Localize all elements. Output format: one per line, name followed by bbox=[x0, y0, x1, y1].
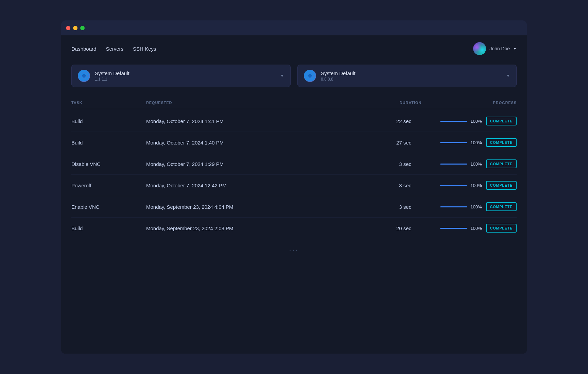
traffic-light-green[interactable] bbox=[80, 26, 85, 30]
col-header-progress: PROGRESS bbox=[421, 101, 517, 105]
progress-bar-3 bbox=[440, 185, 467, 186]
task-duration-2: 3 sec bbox=[374, 161, 421, 167]
table-row: Build Monday, October 7, 2024 1:40 PM 27… bbox=[71, 132, 517, 153]
task-progress-1: 100% COMPLETE bbox=[421, 138, 517, 147]
task-duration-3: 3 sec bbox=[374, 183, 421, 188]
progress-fill-4 bbox=[440, 206, 467, 207]
traffic-light-yellow[interactable] bbox=[73, 26, 77, 30]
nav-links: Dashboard Servers SSH Keys bbox=[71, 46, 156, 52]
col-header-requested: REQUESTED bbox=[146, 101, 374, 105]
complete-badge-5[interactable]: COMPLETE bbox=[486, 224, 517, 233]
dns-text-1: System Default 1.1.1.1 bbox=[95, 70, 275, 82]
progress-bar-2 bbox=[440, 164, 467, 165]
progress-bar-wrap-0: 100% bbox=[440, 119, 482, 124]
nav-servers[interactable]: Servers bbox=[106, 46, 123, 52]
task-name-1: Build bbox=[71, 140, 146, 146]
progress-bar-wrap-3: 100% bbox=[440, 183, 482, 188]
progress-bar-4 bbox=[440, 206, 467, 207]
tasks-table: TASK REQUESTED DURATION PROGRESS Build M… bbox=[71, 101, 517, 347]
task-requested-3: Monday, October 7, 2024 12:42 PM bbox=[146, 183, 374, 188]
progress-pct-3: 100% bbox=[470, 183, 482, 188]
complete-badge-4[interactable]: COMPLETE bbox=[486, 202, 517, 211]
dns-globe-icon-2 bbox=[305, 70, 315, 81]
table-row: Enable VNC Monday, September 23, 2024 4:… bbox=[71, 196, 517, 218]
task-name-4: Enable VNC bbox=[71, 204, 146, 210]
table-body: Build Monday, October 7, 2024 1:41 PM 22… bbox=[71, 111, 517, 239]
progress-fill-0 bbox=[440, 121, 467, 122]
complete-badge-3[interactable]: COMPLETE bbox=[486, 181, 517, 190]
progress-fill-1 bbox=[440, 142, 467, 143]
progress-pct-1: 100% bbox=[470, 140, 482, 145]
task-requested-2: Monday, October 7, 2024 1:29 PM bbox=[146, 161, 374, 167]
avatar bbox=[473, 42, 486, 55]
task-name-3: Poweroff bbox=[71, 183, 146, 188]
nav-dashboard[interactable]: Dashboard bbox=[71, 46, 96, 52]
task-duration-4: 3 sec bbox=[374, 204, 421, 210]
top-nav: Dashboard Servers SSH Keys John Doe ▼ bbox=[71, 42, 517, 55]
task-name-5: Build bbox=[71, 225, 146, 231]
dns-text-2: System Default 8.8.8.8 bbox=[321, 70, 501, 82]
dns-selectors: System Default 1.1.1.1 ▼ System Default … bbox=[71, 65, 517, 87]
dns-name-2: System Default bbox=[321, 70, 501, 76]
progress-bar-0 bbox=[440, 121, 467, 122]
progress-bar-5 bbox=[440, 228, 467, 229]
progress-pct-2: 100% bbox=[470, 162, 482, 167]
dns-icon-1 bbox=[78, 70, 90, 82]
col-header-duration: DURATION bbox=[374, 101, 421, 105]
more-dots[interactable]: ... bbox=[71, 239, 517, 252]
user-menu[interactable]: John Doe ▼ bbox=[473, 42, 517, 55]
task-duration-5: 20 sec bbox=[374, 225, 421, 231]
progress-fill-3 bbox=[440, 185, 467, 186]
table-row: Disable VNC Monday, October 7, 2024 1:29… bbox=[71, 153, 517, 175]
task-name-2: Disable VNC bbox=[71, 161, 146, 167]
progress-pct-5: 100% bbox=[470, 226, 482, 231]
task-name-0: Build bbox=[71, 118, 146, 124]
traffic-light-red[interactable] bbox=[66, 26, 70, 30]
task-duration-0: 22 sec bbox=[374, 118, 421, 124]
progress-pct-0: 100% bbox=[470, 119, 482, 124]
task-requested-5: Monday, September 23, 2024 2:08 PM bbox=[146, 225, 374, 231]
task-progress-4: 100% COMPLETE bbox=[421, 202, 517, 211]
dns-selector-1[interactable]: System Default 1.1.1.1 ▼ bbox=[71, 65, 291, 87]
dns-chevron-1-icon: ▼ bbox=[280, 73, 284, 78]
progress-fill-2 bbox=[440, 164, 467, 165]
col-header-task: TASK bbox=[71, 101, 146, 105]
dns-ip-2: 8.8.8.8 bbox=[321, 77, 501, 82]
task-progress-5: 100% COMPLETE bbox=[421, 224, 517, 233]
title-bar bbox=[61, 20, 527, 35]
task-requested-0: Monday, October 7, 2024 1:41 PM bbox=[146, 118, 374, 124]
user-name: John Doe bbox=[489, 46, 510, 51]
dns-name-1: System Default bbox=[95, 70, 275, 76]
task-duration-1: 27 sec bbox=[374, 140, 421, 146]
progress-bar-wrap-1: 100% bbox=[440, 140, 482, 145]
table-row: Build Monday, October 7, 2024 1:41 PM 22… bbox=[71, 111, 517, 132]
complete-badge-0[interactable]: COMPLETE bbox=[486, 117, 517, 125]
avatar-image bbox=[473, 42, 486, 55]
dns-selector-2[interactable]: System Default 8.8.8.8 ▼ bbox=[297, 65, 517, 87]
dns-globe-icon-1 bbox=[79, 70, 89, 81]
task-progress-2: 100% COMPLETE bbox=[421, 159, 517, 168]
progress-bar-wrap-5: 100% bbox=[440, 226, 482, 231]
complete-badge-2[interactable]: COMPLETE bbox=[486, 159, 517, 168]
progress-fill-5 bbox=[440, 228, 467, 229]
window: Dashboard Servers SSH Keys John Doe ▼ Sy… bbox=[61, 20, 527, 354]
table-row: Build Monday, September 23, 2024 2:08 PM… bbox=[71, 218, 517, 239]
nav-ssh-keys[interactable]: SSH Keys bbox=[133, 46, 156, 52]
progress-bar-1 bbox=[440, 142, 467, 143]
dns-ip-1: 1.1.1.1 bbox=[95, 77, 275, 82]
progress-bar-wrap-4: 100% bbox=[440, 204, 482, 209]
dns-chevron-2-icon: ▼ bbox=[506, 73, 510, 78]
app-content: Dashboard Servers SSH Keys John Doe ▼ Sy… bbox=[61, 35, 527, 354]
task-progress-3: 100% COMPLETE bbox=[421, 181, 517, 190]
complete-badge-1[interactable]: COMPLETE bbox=[486, 138, 517, 147]
table-row: Poweroff Monday, October 7, 2024 12:42 P… bbox=[71, 175, 517, 196]
dns-icon-2 bbox=[304, 70, 316, 82]
table-header: TASK REQUESTED DURATION PROGRESS bbox=[71, 101, 517, 109]
task-progress-0: 100% COMPLETE bbox=[421, 117, 517, 125]
progress-bar-wrap-2: 100% bbox=[440, 162, 482, 167]
task-requested-1: Monday, October 7, 2024 1:40 PM bbox=[146, 140, 374, 146]
progress-pct-4: 100% bbox=[470, 204, 482, 209]
task-requested-4: Monday, September 23, 2024 4:04 PM bbox=[146, 204, 374, 210]
user-chevron-icon: ▼ bbox=[513, 47, 517, 51]
